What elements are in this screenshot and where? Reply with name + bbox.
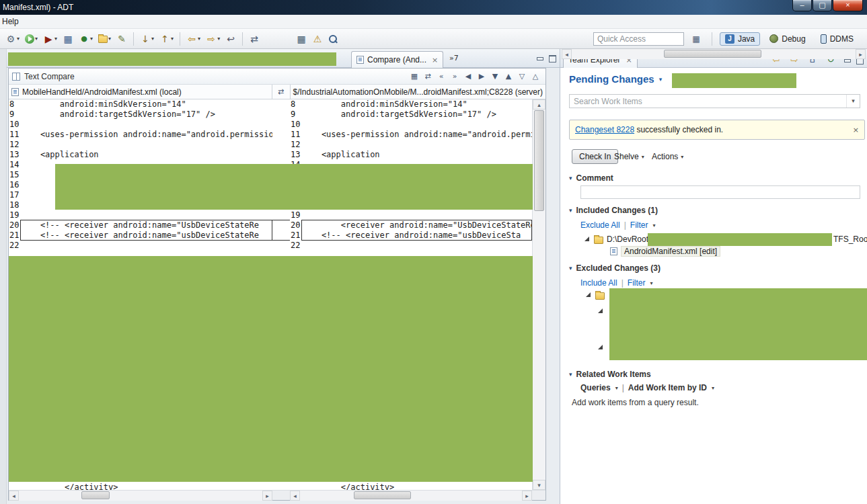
copy-all-right-button[interactable]: » (449, 69, 461, 84)
search-dropdown-arrow[interactable]: ▾ (846, 95, 860, 108)
tree-expander-icon[interactable] (598, 308, 603, 313)
tab-label: Compare (And... (367, 55, 426, 65)
search-input[interactable] (570, 95, 846, 108)
import-button[interactable]: ↓▾ (138, 32, 156, 46)
quick-access-input[interactable] (593, 32, 684, 46)
compare-body: 8 android:minSdkVersion="14" 9 android:t… (9, 99, 545, 490)
pending-changes-title[interactable]: Pending Changes ▾ (569, 73, 662, 85)
sdk-manager-button[interactable]: ▦ (61, 32, 75, 46)
redaction-box (9, 256, 533, 482)
previous-difference-button[interactable]: ▲ (502, 69, 515, 84)
section-label: Included Changes (1) (576, 206, 658, 215)
format-button[interactable]: ✎ (114, 32, 129, 46)
menu-help[interactable]: Help (0, 15, 24, 26)
add-work-item-dropdown[interactable]: Add Work Item by ID (628, 383, 707, 392)
left-trim-bar (0, 49, 7, 504)
queries-dropdown[interactable]: Queries (580, 383, 611, 392)
included-file-item[interactable]: AndroidManifest.xml [edit] (621, 246, 720, 257)
right-horizontal-scrollbar[interactable]: ◂ ▸ (290, 491, 532, 501)
perspective-debug[interactable]: Debug (764, 32, 811, 46)
swap-panes-button[interactable]: ⇄ (422, 69, 434, 84)
copy-left-button[interactable]: ◀ (462, 69, 474, 84)
code-line: 11 <uses-permission android:name="androi… (9, 130, 272, 140)
maximize-button[interactable]: ▢ (813, 0, 832, 11)
launch-config-button[interactable]: ⚙▾ (3, 32, 22, 46)
notification-close-icon[interactable]: × (853, 126, 859, 134)
last-edit-location-button[interactable]: ↩ (223, 32, 238, 46)
excluded-changes-header[interactable]: ▾ Excluded Changes (3) (569, 263, 661, 273)
code-text: <uses-permission android:name="android.p… (302, 130, 532, 140)
code-text: android:targetSdkVersion="17" /> (302, 110, 532, 120)
close-icon[interactable]: × (432, 56, 438, 65)
code-text: <application (302, 150, 532, 160)
scroll-up-arrow[interactable]: ▴ (533, 99, 545, 110)
coverage-button[interactable]: ▶▾ (41, 32, 59, 46)
scrollbar-thumb[interactable] (664, 50, 761, 58)
filter-link[interactable]: Filter (628, 278, 646, 288)
back-button[interactable]: ⇦▾ (184, 32, 202, 46)
show-view-button[interactable]: ▦ (294, 32, 309, 46)
vertical-scrollbar[interactable]: ▴ ▾ (532, 99, 545, 490)
scrollbar-thumb[interactable] (354, 491, 411, 499)
related-work-items-header[interactable]: ▾ Related Work Items (569, 370, 651, 379)
minimize-view-icon[interactable] (536, 54, 543, 61)
included-changes-header[interactable]: ▾ Included Changes (1) (569, 206, 658, 215)
chevron-down-icon: ▾ (54, 36, 57, 42)
team-explorer-hscrollbar[interactable]: ◂ ▸ (562, 49, 866, 59)
open-resource-button[interactable]: ▾ (96, 32, 113, 46)
tab-compare[interactable]: Compare (And... × (351, 51, 443, 68)
link-with-editor-button[interactable]: ⇄ (247, 32, 262, 46)
open-perspective-button[interactable]: ▦ (689, 32, 704, 46)
comment-section-header[interactable]: ▾ Comment (569, 173, 613, 183)
shelve-dropdown[interactable]: Shelve ▾ (614, 152, 644, 161)
comment-input[interactable] (580, 185, 860, 199)
editor-overflow-chevron[interactable]: »7 (449, 54, 459, 62)
include-all-link[interactable]: Include All (580, 278, 617, 288)
avd-manager-button[interactable]: ●▾ (77, 32, 95, 46)
check-in-button[interactable]: Check In (572, 149, 618, 164)
close-button[interactable]: × (833, 0, 863, 11)
compare-pane-headers: MobileHandHeld/AndroidManifest.xml (loca… (9, 85, 545, 99)
next-difference-button[interactable]: ▼ (489, 69, 501, 84)
filter-link[interactable]: Filter (630, 220, 648, 230)
toolbar-separator (712, 32, 712, 46)
perspective-java[interactable]: JJava (720, 32, 760, 46)
perspective-ddms[interactable]: DDMS (815, 32, 859, 46)
copy-right-button[interactable]: ▶ (476, 69, 488, 84)
next-change-button[interactable]: ▽ (516, 69, 528, 84)
section-label: Excluded Changes (3) (576, 263, 661, 273)
changeset-link[interactable]: Changeset 8228 (575, 125, 634, 134)
chevron-down-icon: ▾ (653, 222, 656, 228)
export-button[interactable]: ↑▾ (157, 32, 176, 46)
scrollbar-thumb[interactable] (534, 110, 544, 211)
tree-expander-icon[interactable] (585, 237, 589, 241)
chevron-down-icon: ▾ (108, 36, 111, 42)
scroll-right-arrow[interactable]: ▸ (522, 491, 532, 501)
tree-expander-icon[interactable] (586, 292, 591, 297)
exclude-all-link[interactable]: Exclude All (580, 220, 620, 230)
scroll-left-arrow[interactable]: ◂ (562, 49, 572, 59)
scroll-down-arrow[interactable]: ▾ (533, 480, 545, 490)
copy-all-left-button[interactable]: « (435, 69, 447, 84)
chevron-down-icon: ▾ (650, 280, 653, 286)
search-button[interactable] (326, 32, 340, 46)
code-line: 10 (290, 120, 532, 130)
left-horizontal-scrollbar[interactable]: ◂ ▸ (9, 491, 272, 501)
previous-change-button[interactable]: △ (529, 69, 541, 84)
actions-dropdown[interactable]: Actions ▾ (652, 152, 683, 161)
scroll-right-arrow[interactable]: ▸ (856, 49, 866, 59)
scroll-right-arrow[interactable]: ▸ (262, 491, 272, 501)
structure-compare-button[interactable]: ▦ (408, 69, 420, 84)
scroll-left-arrow[interactable]: ◂ (290, 491, 300, 501)
notification-text: successfully checked in. (634, 125, 723, 134)
maximize-view-icon[interactable] (548, 54, 556, 61)
scrollbar-thumb[interactable] (81, 491, 110, 499)
minimize-button[interactable]: – (792, 0, 812, 11)
problems-button[interactable]: ⚠ (310, 32, 325, 46)
run-button[interactable]: ▾ (23, 32, 40, 46)
tree-expander-icon[interactable] (598, 345, 603, 349)
actions-label: Actions (652, 152, 678, 161)
forward-button[interactable]: ⇨▾ (204, 32, 222, 46)
triangle-up-outline-icon: △ (531, 71, 540, 82)
scroll-left-arrow[interactable]: ◂ (9, 491, 19, 501)
